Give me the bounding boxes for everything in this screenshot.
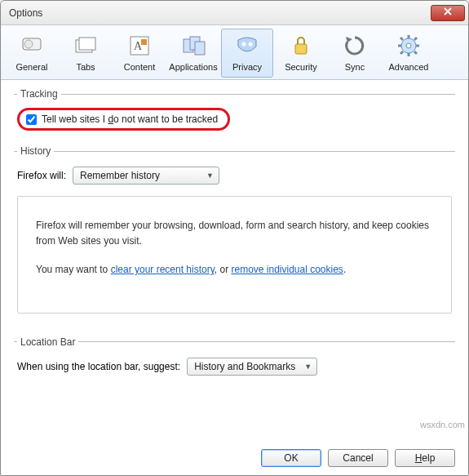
titlebar: Options xyxy=(1,1,468,25)
history-info-box: Firefox will remember your browsing, dow… xyxy=(17,196,452,314)
lock-icon xyxy=(288,33,314,59)
svg-line-22 xyxy=(400,51,403,54)
category-toolbar: General Tabs A Content Applications Priv… xyxy=(1,25,468,80)
close-button[interactable] xyxy=(431,5,465,21)
mask-icon xyxy=(234,33,260,59)
chevron-down-icon: ▼ xyxy=(304,363,312,371)
watermark-text: wsxdn.com xyxy=(420,420,465,429)
svg-line-19 xyxy=(400,38,403,40)
svg-line-21 xyxy=(414,38,417,40)
tracking-legend: Tracking xyxy=(17,88,61,100)
window-title: Options xyxy=(9,7,42,19)
history-legend: History xyxy=(17,145,54,157)
tab-content[interactable]: A Content xyxy=(113,29,166,78)
switch-icon xyxy=(19,33,45,59)
tab-label: Sync xyxy=(345,62,365,72)
svg-rect-12 xyxy=(295,44,307,54)
svg-rect-6 xyxy=(141,39,147,45)
tab-general[interactable]: General xyxy=(6,29,58,78)
tab-label: Tabs xyxy=(76,62,95,72)
location-bar-group: Location Bar When using the location bar… xyxy=(14,336,455,387)
svg-rect-3 xyxy=(79,38,95,50)
content-area: Tracking Tell web sites I do not want to… xyxy=(1,80,468,387)
applications-icon xyxy=(180,33,206,59)
do-not-track-checkbox[interactable] xyxy=(26,114,37,125)
options-window: Options General Tabs A Content xyxy=(0,0,469,476)
location-bar-select[interactable]: History and Bookmarks ▼ xyxy=(187,358,317,376)
location-bar-label: When using the location bar, suggest: xyxy=(17,361,180,372)
tab-privacy[interactable]: Privacy xyxy=(221,29,273,78)
tracking-group: Tracking Tell web sites I do not want to… xyxy=(14,88,455,136)
svg-point-10 xyxy=(242,42,246,47)
history-mode-select[interactable]: Remember history ▼ xyxy=(73,167,219,185)
tab-label: Advanced xyxy=(389,62,429,72)
content-icon: A xyxy=(126,33,153,59)
history-group: History Firefox will: Remember history ▼… xyxy=(14,145,455,327)
svg-point-1 xyxy=(24,40,33,48)
clear-history-link[interactable]: clear your recent history xyxy=(111,264,215,275)
chevron-down-icon: ▼ xyxy=(206,171,214,180)
history-info-text: Firefox will remember your browsing, dow… xyxy=(36,218,433,249)
dialog-buttons: OK Cancel Help xyxy=(261,449,455,467)
svg-point-11 xyxy=(249,42,253,47)
gear-icon xyxy=(396,33,422,59)
close-icon xyxy=(444,7,452,16)
tab-tabs[interactable]: Tabs xyxy=(60,29,112,78)
cancel-button[interactable]: Cancel xyxy=(328,449,388,467)
svg-rect-9 xyxy=(195,42,205,55)
tab-label: General xyxy=(15,62,47,72)
tab-label: Security xyxy=(285,62,317,72)
location-bar-value: History and Bookmarks xyxy=(194,361,295,372)
history-mode-value: Remember history xyxy=(80,170,160,181)
sync-icon xyxy=(342,33,368,59)
tab-applications[interactable]: Applications xyxy=(167,29,219,78)
help-button[interactable]: Help xyxy=(395,449,455,467)
tab-label: Content xyxy=(124,62,156,72)
ok-button[interactable]: OK xyxy=(261,449,321,467)
history-info-links: You may want to clear your recent histor… xyxy=(36,262,433,278)
tab-security[interactable]: Security xyxy=(275,29,327,78)
tabs-icon xyxy=(73,33,99,59)
tab-label: Privacy xyxy=(232,62,262,72)
tracking-highlight: Tell web sites I do not want to be track… xyxy=(17,108,230,131)
history-will-label: Firefox will: xyxy=(17,170,66,181)
location-bar-legend: Location Bar xyxy=(17,336,78,348)
tab-advanced[interactable]: Advanced xyxy=(383,29,435,78)
do-not-track-label[interactable]: Tell web sites I do not want to be track… xyxy=(42,113,218,125)
tab-label: Applications xyxy=(169,62,217,72)
svg-line-20 xyxy=(414,51,417,54)
remove-cookies-link[interactable]: remove individual cookies xyxy=(231,264,343,275)
tab-sync[interactable]: Sync xyxy=(329,29,381,78)
svg-point-14 xyxy=(406,43,411,48)
